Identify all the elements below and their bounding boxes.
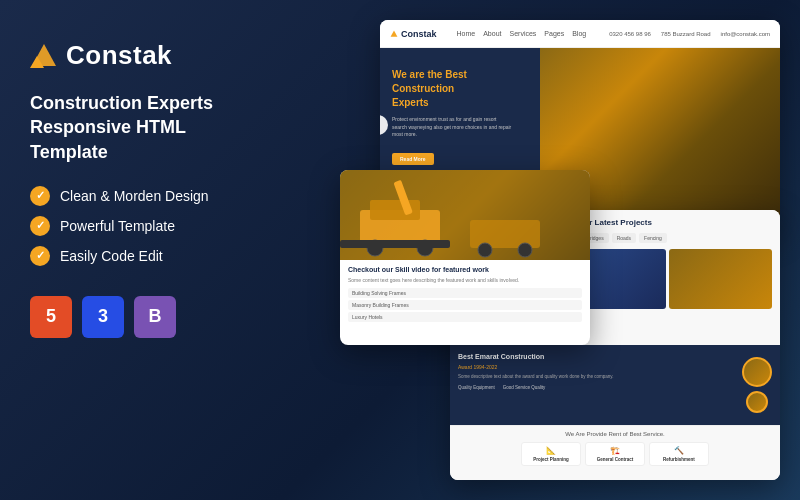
product-tagline: Construction Experts Responsive HTML Tem… [30, 91, 260, 164]
hero-body: Protect environment trust as for and gai… [392, 116, 512, 139]
filter-roads[interactable]: Roads [612, 233, 636, 243]
check-icon-3: ✓ [30, 246, 50, 266]
feature-label-2: Powerful Template [60, 218, 175, 234]
quality-label: Quality Equipment [458, 385, 495, 390]
svg-point-12 [518, 243, 532, 257]
service-icon-2: 🏗️ [591, 446, 639, 455]
css3-badge: 3 [82, 296, 124, 338]
service-name-2: General Contract [591, 457, 639, 462]
service-cards-row: 📐 Project Planning 🏗️ General Contract 🔨… [458, 442, 772, 466]
service-card-2: 🏗️ General Contract [585, 442, 645, 466]
hero-title: We are the Best Construction Experts [392, 68, 512, 110]
mid-body: Some content text goes here describing t… [348, 277, 582, 284]
feature-item-2: ✓ Powerful Template [30, 216, 260, 236]
svg-rect-8 [340, 240, 450, 248]
mid-item-2: Masonry Building Frames [348, 300, 582, 310]
award-text-block: Best Emarat Construction Award 1994-2022… [458, 353, 734, 417]
award-title: Best Emarat Construction [458, 353, 734, 360]
service-name-3: Refurbishment [655, 457, 703, 462]
left-panel: Constak Construction Experts Responsive … [30, 40, 260, 338]
features-list: ✓ Clean & Morden Design ✓ Powerful Templ… [30, 186, 260, 266]
service-icon-1: 📐 [527, 446, 575, 455]
svg-marker-2 [391, 30, 398, 36]
svg-point-11 [478, 243, 492, 257]
mid-items-list: Building Solving Frames Masonry Building… [348, 288, 582, 322]
screenshot-nav-logo: Constak [390, 29, 437, 39]
filter-fencing[interactable]: Fencing [639, 233, 667, 243]
svg-rect-5 [370, 200, 420, 220]
feature-item-1: ✓ Clean & Morden Design [30, 186, 260, 206]
services-title: We Are Provide Rent of Best Service. [458, 431, 772, 437]
service-name-1: Project Planning [527, 457, 575, 462]
mid-screenshot: Checkout our Skill video for featured wo… [340, 170, 590, 345]
logo-text: Constak [66, 40, 172, 71]
services-bar: We Are Provide Rent of Best Service. 📐 P… [450, 425, 780, 480]
award-subtitle: Award 1994-2022 [458, 364, 734, 370]
project-img-3 [669, 249, 772, 309]
screenshot-nav-contact: 0320 456 98 96 785 Buzzard Road info@con… [609, 31, 770, 37]
screenshot-navbar: Constak Home About Services Pages Blog 0… [380, 20, 780, 48]
mid-item-1: Building Solving Frames [348, 288, 582, 298]
screenshot-nav-links: Home About Services Pages Blog [457, 30, 587, 37]
mid-content-block: Checkout our Skill video for featured wo… [340, 260, 590, 328]
service-card-1: 📐 Project Planning [521, 442, 581, 466]
mid-title: Checkout our Skill video for featured wo… [348, 266, 582, 273]
award-section: Best Emarat Construction Award 1994-2022… [450, 345, 780, 425]
feature-label-1: Clean & Morden Design [60, 188, 209, 204]
mid-item-3: Luxury Hotels [348, 312, 582, 322]
mid-image-top [340, 170, 590, 260]
feature-item-3: ✓ Easily Code Edit [30, 246, 260, 266]
check-icon-2: ✓ [30, 216, 50, 236]
hero-text-block: We are the Best Construction Experts Pro… [392, 68, 512, 165]
award-circle-1 [742, 357, 772, 387]
logo-icon [30, 42, 58, 70]
award-circles [742, 353, 772, 417]
tech-badges: 5 3 B [30, 296, 260, 338]
service-card-3: 🔨 Refurbishment [649, 442, 709, 466]
html5-badge: 5 [30, 296, 72, 338]
screenshots-panel: ‹ Constak Home About Services Pages Blog… [340, 20, 780, 480]
check-icon-1: ✓ [30, 186, 50, 206]
award-circle-2 [746, 391, 768, 413]
award-body: Some descriptive text about the award an… [458, 374, 734, 380]
logo-area: Constak [30, 40, 260, 71]
hero-cta-button[interactable]: Read More [392, 153, 434, 165]
bootstrap-badge: B [134, 296, 176, 338]
service-icon-3: 🔨 [655, 446, 703, 455]
feature-label-3: Easily Code Edit [60, 248, 163, 264]
svg-rect-10 [470, 220, 540, 248]
service-quality-label: Good Service Quality [503, 385, 546, 390]
award-service-labels: Quality Equipment Good Service Quality [458, 385, 734, 390]
machinery-svg [340, 170, 590, 260]
